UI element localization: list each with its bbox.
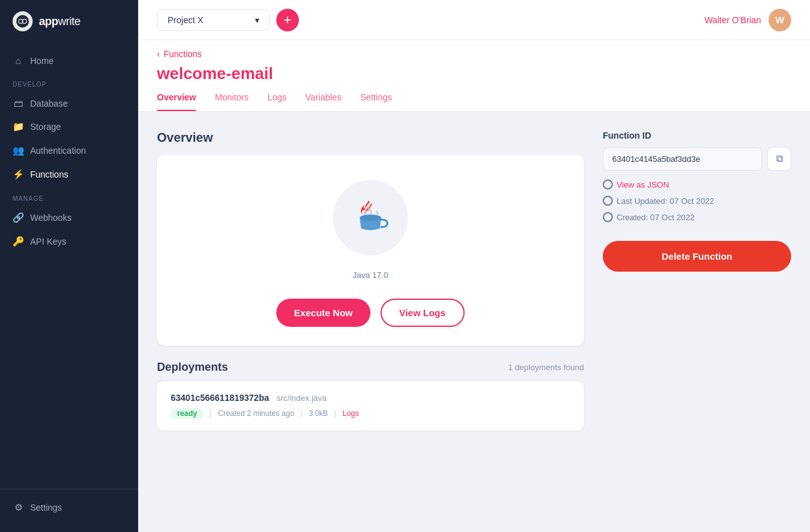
sidebar-section-manage: MANAGE [0, 186, 138, 206]
function-id-input [603, 147, 762, 171]
separator: | [210, 409, 212, 418]
deployment-top: 63401c566611819372ba src/index.java [171, 393, 570, 403]
sidebar-item-settings[interactable]: ⚙ Settings [0, 496, 138, 519]
main-wrapper: Project X ▾ + Walter O'Brian W ‹ Functio… [138, 0, 810, 532]
separator-3: | [334, 409, 336, 418]
java-logo-wrapper [333, 180, 408, 255]
app-name: appwrite [39, 15, 80, 28]
api-keys-icon: 🔑 [13, 236, 24, 247]
right-col: Function ID ⧉ View as JSON [603, 130, 791, 272]
main-grid: Overview [138, 112, 810, 449]
sidebar-item-home-label: Home [30, 56, 53, 66]
tabs-bar: Overview Monitors Logs Variables Setting… [138, 83, 810, 112]
breadcrumb-arrow-icon: ‹ [157, 49, 160, 59]
functions-icon: ⚡ [13, 169, 24, 180]
deployment-logs-link[interactable]: Logs [343, 409, 359, 418]
sidebar-item-storage[interactable]: 📁 Storage [0, 115, 138, 139]
home-icon: ⌂ [13, 55, 24, 66]
function-id-section: Function ID ⧉ View as JSON [603, 130, 791, 222]
sidebar-item-webhooks[interactable]: 🔗 Webhooks [0, 206, 138, 230]
sidebar-section-develop: DEVELOP [0, 72, 138, 92]
deployment-meta: ready | Created 2 minutes ago | 3.0kB | … [171, 408, 570, 419]
copy-icon: ⧉ [776, 153, 783, 164]
view-logs-button[interactable]: View Logs [381, 299, 465, 327]
content: ‹ Functions welcome-email Overview Monit… [138, 40, 810, 532]
header-user: Walter O'Brian W [705, 9, 791, 31]
project-selector: Project X ▾ + [157, 9, 299, 31]
overview-section-label: Overview [157, 130, 584, 145]
created-text: Created: 07 Oct 2022 [617, 213, 694, 222]
sidebar-bottom: ⚙ Settings [0, 489, 138, 532]
tab-overview[interactable]: Overview [157, 83, 196, 111]
add-project-button[interactable]: + [276, 9, 299, 31]
tab-settings[interactable]: Settings [360, 83, 392, 111]
sidebar-item-webhooks-label: Webhooks [30, 213, 72, 223]
function-id-input-row: ⧉ [603, 147, 791, 171]
deployment-size: 3.0kB [309, 409, 328, 418]
java-logo-icon [348, 196, 392, 240]
last-updated-item: Last Updated: 07 Oct 2022 [603, 196, 791, 206]
tab-variables[interactable]: Variables [305, 83, 341, 111]
sidebar-nav: ⌂ Home DEVELOP 🗃 Database 📁 Storage 👥 Au… [0, 43, 138, 489]
header: Project X ▾ + Walter O'Brian W [138, 0, 810, 40]
deployment-id: 63401c566611819372ba [171, 393, 269, 403]
database-icon: 🗃 [13, 98, 24, 109]
sidebar-item-functions-label: Functions [30, 169, 68, 179]
overview-section: Overview [157, 130, 584, 346]
delete-function-button[interactable]: Delete Function [603, 241, 791, 272]
left-col: Overview [157, 130, 603, 430]
last-updated-text: Last Updated: 07 Oct 2022 [617, 196, 714, 206]
avatar: W [769, 9, 791, 31]
sidebar-item-api-keys[interactable]: 🔑 API Keys [0, 230, 138, 253]
webhooks-icon: 🔗 [13, 212, 24, 223]
separator-2: | [301, 409, 303, 418]
deployments-count: 1 deployments found [508, 363, 584, 372]
deployments-header: Deployments 1 deployments found [157, 361, 584, 374]
copy-id-button[interactable]: ⧉ [767, 147, 791, 171]
dot-icon [603, 179, 613, 189]
sidebar-item-api-keys-label: API Keys [30, 237, 67, 247]
deployment-file: src/index.java [277, 393, 327, 403]
tab-monitors[interactable]: Monitors [215, 83, 249, 111]
sidebar-item-storage-label: Storage [30, 122, 61, 132]
view-json-link[interactable]: View as JSON [617, 180, 669, 189]
created-item: Created: 07 Oct 2022 [603, 212, 791, 222]
execute-now-button[interactable]: Execute Now [276, 299, 370, 327]
card-buttons: Execute Now View Logs [276, 299, 464, 327]
breadcrumb[interactable]: ‹ Functions [157, 49, 791, 59]
sidebar-item-home[interactable]: ⌂ Home [0, 49, 138, 72]
sidebar-item-functions[interactable]: ⚡ Functions [0, 162, 138, 186]
sidebar: appwrite ⌂ Home DEVELOP 🗃 Database 📁 Sto… [0, 0, 138, 532]
app-logo-icon [13, 11, 33, 31]
breadcrumb-bar: ‹ Functions [138, 40, 810, 59]
user-name: Walter O'Brian [705, 15, 761, 25]
view-json-item: View as JSON [603, 179, 791, 189]
page-title: welcome-email [157, 64, 791, 83]
project-dropdown[interactable]: Project X ▾ [157, 9, 270, 31]
sidebar-item-database-label: Database [30, 98, 68, 109]
gear-icon: ⚙ [13, 502, 24, 513]
overview-card: Java 17.0 Execute Now View Logs [157, 155, 584, 346]
storage-icon: 📁 [13, 121, 24, 132]
tab-logs[interactable]: Logs [267, 83, 286, 111]
dot-icon-3 [603, 212, 613, 222]
deployment-card: 63401c566611819372ba src/index.java read… [157, 381, 584, 430]
breadcrumb-label: Functions [164, 49, 202, 59]
sidebar-item-database[interactable]: 🗃 Database [0, 92, 138, 115]
page-title-bar: welcome-email [138, 59, 810, 83]
function-id-label: Function ID [603, 130, 791, 141]
deployments-label: Deployments [157, 361, 228, 374]
project-name: Project X [168, 15, 203, 25]
status-badge: ready [171, 408, 203, 419]
sidebar-item-settings-label: Settings [30, 503, 62, 513]
dot-icon-2 [603, 196, 613, 206]
runtime-label: Java 17.0 [353, 270, 388, 280]
deployments-section: Deployments 1 deployments found 63401c56… [157, 361, 584, 430]
info-list: View as JSON Last Updated: 07 Oct 2022 C… [603, 179, 791, 222]
deployment-created: Created 2 minutes ago [218, 409, 294, 418]
authentication-icon: 👥 [13, 145, 24, 156]
sidebar-logo: appwrite [0, 0, 138, 43]
sidebar-item-authentication-label: Authentication [30, 146, 86, 156]
chevron-down-icon: ▾ [255, 15, 259, 25]
sidebar-item-authentication[interactable]: 👥 Authentication [0, 139, 138, 162]
